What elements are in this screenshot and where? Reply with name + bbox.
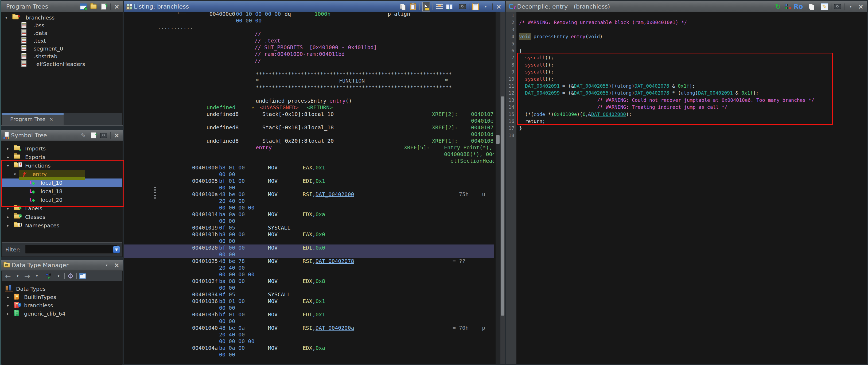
tree-item-entry[interactable]: ▾ƒentry: [2, 170, 122, 179]
decompile-line[interactable]: syscall();: [517, 61, 854, 68]
close-icon[interactable]: ×: [113, 3, 121, 10]
listing-line[interactable]: 0040103bbf 01 00MOVEDI,0x1: [124, 311, 494, 318]
dropdown-icon[interactable]: ▾: [482, 3, 490, 10]
tree-item-generic_clib_64[interactable]: ▸generic_clib_64: [2, 309, 122, 318]
listing-line[interactable]: 0040102fba 08 00MOVEDX,0x8: [124, 278, 494, 284]
refresh-icon[interactable]: ↻: [774, 3, 782, 10]
listing-current-line[interactable]: 00401020bf 00 00MOVEDI,0x0: [124, 244, 494, 251]
dropdown-icon[interactable]: ▾: [33, 272, 41, 280]
listing-line[interactable]: //: [124, 57, 494, 64]
listing-line[interactable]: 0040102548 be 78MOVRSI,DAT_00402078= ??: [124, 258, 494, 265]
collapse-icon[interactable]: ▾: [5, 15, 7, 20]
listing-line[interactable]: *FUNCTION*: [124, 78, 494, 84]
decompile-line[interactable]: syscall();: [517, 75, 854, 83]
expand-icon[interactable]: ▸: [7, 155, 9, 159]
dropdown-icon[interactable]: ▾: [55, 272, 62, 280]
expand-icon[interactable]: ▸: [7, 295, 9, 300]
decompile-line[interactable]: [517, 12, 854, 19]
tree-item-.data[interactable]: .data: [2, 29, 122, 37]
decompile-line[interactable]: /* WARNING: Removing unreachable block (…: [517, 19, 854, 26]
expand-icon[interactable]: ▸: [7, 311, 9, 316]
listing-line[interactable]: 00 00: [124, 305, 494, 311]
filter-icon[interactable]: ▼: [113, 246, 120, 253]
listing-line[interactable]: 00 00 00 00: [124, 338, 494, 345]
listing-line[interactable]: └──004000e000 10 00 00 00dq1000hp_align: [124, 12, 494, 18]
splitter-grip[interactable]: [154, 187, 156, 199]
decompile-line[interactable]: return;: [517, 118, 854, 125]
expand-icon[interactable]: ▸: [7, 215, 9, 219]
memory-icon[interactable]: [472, 3, 479, 10]
listing-line[interactable]: 0040104048 be 0aMOVRSI,DAT_0040200a= 70h…: [124, 325, 494, 331]
tree-item-classes[interactable]: ▸CClasses: [2, 213, 122, 221]
listing-line[interactable]: [124, 64, 494, 71]
snapshot-icon[interactable]: [834, 3, 841, 10]
expand-icon[interactable]: ▸: [7, 303, 9, 308]
import-icon[interactable]: ↴: [90, 132, 97, 139]
tree-item-branchless[interactable]: ▾⚑branchless: [2, 13, 122, 21]
decompile-line[interactable]: syscall();: [517, 54, 854, 61]
collapse-icon[interactable]: ▾: [14, 172, 16, 177]
expand-icon[interactable]: ▸: [7, 206, 9, 211]
listing-line[interactable]: // SHT_PROGBITS [0x401000 - 0x4011bd]: [124, 44, 494, 51]
tree-item-imports[interactable]: ▸▲Imports: [2, 144, 122, 153]
listing-scrollbar-thumb[interactable]: [501, 96, 504, 315]
listing-line[interactable]: ****************************************…: [124, 84, 494, 91]
snapshot-icon[interactable]: [459, 3, 466, 10]
cursor-icon[interactable]: [423, 3, 430, 10]
expand-icon[interactable]: ▸: [7, 223, 9, 228]
diff-icon[interactable]: ╱: [445, 3, 453, 10]
listing-line[interactable]: undefined⚠<UNASSIGNED><RETURN>: [124, 104, 494, 111]
fields-icon[interactable]: [435, 3, 443, 10]
decompile-line[interactable]: (*(code *)0x40109e)(0,&DAT_00402080);: [517, 111, 854, 118]
listing-line[interactable]: ****************************************…: [124, 71, 494, 78]
listing-line[interactable]: 00 00 00 00: [124, 271, 494, 278]
decompile-line[interactable]: }: [517, 125, 854, 132]
close-icon[interactable]: ×: [113, 132, 121, 139]
collapse-icon[interactable]: ▾: [7, 163, 9, 168]
tree-item-local_20[interactable]: L◆local_20: [2, 195, 122, 204]
ro-icon[interactable]: Ro: [795, 3, 802, 10]
listing-line[interactable]: [124, 91, 494, 97]
tree-item-builtintypes[interactable]: ▸BuiltInTypes: [2, 293, 122, 301]
listing-line[interactable]: 20 40 00: [124, 198, 494, 205]
tree-item-labels[interactable]: ▸●Labels: [2, 204, 122, 213]
listing-current-line[interactable]: 00 00: [124, 251, 494, 258]
back-icon[interactable]: ←: [4, 272, 12, 280]
decompile-line[interactable]: [517, 40, 854, 47]
symbol-filter-input[interactable]: [25, 245, 117, 254]
listing-line[interactable]: 00401036b8 01 00MOVEAX,0x1: [124, 298, 494, 305]
listing-line[interactable]: 0040101bb8 00 00MOVEAX,0x0: [124, 231, 494, 238]
tree-item-_elfsectionheaders[interactable]: _elfSectionHeaders: [2, 60, 122, 68]
window-icon[interactable]: [79, 272, 86, 280]
decompile-line[interactable]: /* WARNING: Could not recover jumptable …: [517, 97, 854, 104]
pencil-icon[interactable]: ✎: [80, 132, 87, 139]
decompile-line[interactable]: voidprocessEntryentry(void): [517, 33, 854, 40]
decompile-line[interactable]: DAT_00402091 = (&DAT_00402055)[(ulong)DA…: [517, 83, 854, 90]
listing-line[interactable]: 0040104aba 0a 00MOVEDX,0xa: [124, 345, 494, 352]
forward-icon[interactable]: →: [24, 272, 31, 280]
decompile-line[interactable]: [517, 132, 854, 139]
open-folder-icon[interactable]: [90, 3, 97, 10]
listing-line[interactable]: 00 00 00: [124, 18, 494, 24]
tree-item-.text[interactable]: .text: [2, 37, 122, 44]
associations-icon[interactable]: [45, 272, 53, 280]
listing-line[interactable]: 00401014ba 0a 00MOVEDX,0xa: [124, 211, 494, 218]
tree-item-functions[interactable]: ▾ƒFunctions: [2, 161, 122, 170]
snapshot-icon[interactable]: [100, 132, 107, 139]
listing-line[interactable]: 004010dd(W),: [124, 131, 494, 138]
tree-item-branchless[interactable]: ▸✓branchless: [2, 301, 122, 309]
listing-line[interactable]: 00 00: [124, 238, 494, 244]
dropdown-icon[interactable]: ▾: [847, 3, 855, 10]
tree-item-.shstrtab[interactable]: .shstrtab: [2, 52, 122, 60]
listing-line[interactable]: 004010340f 05SYSCALL: [124, 291, 494, 298]
listing-line[interactable]: 20 40 00: [124, 331, 494, 338]
listing-line[interactable]: 00 00 00 00: [124, 205, 494, 211]
decompile-line[interactable]: syscall();: [517, 68, 854, 75]
tree-item-namespaces[interactable]: ▸{}Namespaces: [2, 221, 122, 230]
listing-line[interactable]: undefined8Stack[-0x18]:8local_18XREF[2]:…: [124, 124, 494, 131]
graph-icon[interactable]: [784, 3, 792, 10]
listing-line[interactable]: 00 00: [124, 352, 494, 358]
listing-line[interactable]: 00 00: [124, 184, 494, 191]
tab-program-tree[interactable]: Program Tree ×: [2, 113, 64, 125]
tree-item-segment_0[interactable]: segment_0: [2, 44, 122, 52]
